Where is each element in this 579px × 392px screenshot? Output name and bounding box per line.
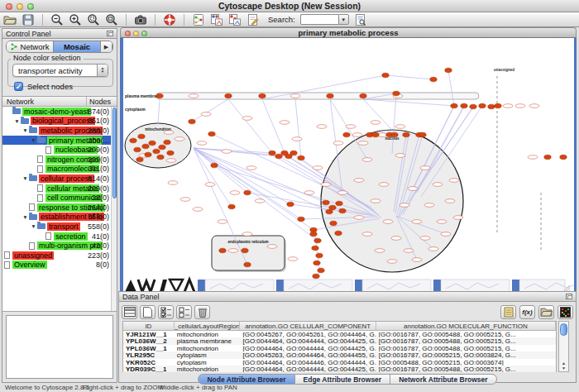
minimize-button[interactable] bbox=[133, 31, 139, 36]
tree-item[interactable]: ▼establishment of lo558(0) bbox=[2, 213, 117, 222]
network-node[interactable] bbox=[310, 232, 317, 237]
network-node-label[interactable] bbox=[354, 179, 364, 183]
import-attributes-button[interactable] bbox=[538, 305, 554, 319]
open-session-icon[interactable] bbox=[3, 13, 17, 26]
network-node-label[interactable] bbox=[267, 245, 277, 249]
table-row[interactable]: YJR121W__1mitochondrion[GO:0045267, GO:0… bbox=[123, 331, 556, 337]
network-node[interactable] bbox=[393, 91, 400, 96]
network-node[interactable] bbox=[134, 147, 141, 152]
network-node-label[interactable] bbox=[379, 183, 389, 187]
network-node-label[interactable] bbox=[180, 198, 190, 202]
zoom-button[interactable] bbox=[141, 31, 147, 36]
table-scrollbar-thumb[interactable] bbox=[560, 323, 567, 336]
select-attributes-button[interactable] bbox=[158, 305, 174, 319]
network-node[interactable] bbox=[430, 77, 437, 82]
expand-triangle-icon[interactable]: ▼ bbox=[22, 214, 29, 220]
network-node[interactable] bbox=[470, 104, 476, 109]
network-node[interactable] bbox=[560, 155, 567, 160]
network-node-label[interactable] bbox=[428, 247, 438, 251]
network-node[interactable] bbox=[495, 103, 501, 108]
table-column-header[interactable]: _cellularLayoutRegion bbox=[175, 322, 241, 330]
attribute-grid-button[interactable] bbox=[122, 305, 137, 319]
tab-network[interactable]: Network bbox=[7, 41, 54, 52]
search-input[interactable] bbox=[300, 14, 338, 25]
network-node-label[interactable] bbox=[437, 220, 447, 224]
tree-item[interactable]: ▼metabolic process280(0) bbox=[2, 126, 117, 136]
network-node[interactable] bbox=[244, 190, 251, 195]
network-node[interactable] bbox=[156, 93, 163, 98]
matrix-view-button[interactable] bbox=[557, 305, 573, 319]
network-node-label[interactable] bbox=[218, 220, 227, 224]
vizmapper-node-icon[interactable] bbox=[210, 13, 223, 26]
float-panel-icon[interactable] bbox=[566, 294, 572, 299]
network-node[interactable] bbox=[167, 151, 174, 155]
select-nodes-checkbox[interactable]: ✓ bbox=[14, 82, 23, 91]
network-node-label[interactable] bbox=[166, 159, 176, 163]
network-node[interactable] bbox=[451, 103, 457, 108]
network-node[interactable] bbox=[314, 238, 321, 243]
network-node[interactable] bbox=[242, 248, 248, 253]
network-node[interactable] bbox=[298, 217, 304, 222]
network-node[interactable] bbox=[372, 132, 379, 137]
network-node[interactable] bbox=[329, 205, 336, 210]
network-node[interactable] bbox=[153, 149, 160, 154]
delete-attribute-button[interactable] bbox=[194, 305, 210, 319]
network-node[interactable] bbox=[330, 221, 337, 226]
network-node-label[interactable] bbox=[321, 183, 331, 187]
tree-item[interactable]: cell communicat22(0) bbox=[2, 193, 117, 203]
network-node[interactable] bbox=[157, 155, 164, 160]
network-node-label[interactable] bbox=[313, 166, 323, 170]
network-node-label[interactable] bbox=[420, 166, 430, 170]
network-node[interactable] bbox=[336, 201, 342, 206]
network-node-label[interactable] bbox=[358, 141, 368, 146]
network-node-label[interactable] bbox=[503, 104, 513, 108]
network-node-label[interactable] bbox=[280, 121, 290, 125]
network-node-label[interactable] bbox=[193, 208, 203, 212]
tree-item[interactable]: nitrogen compo209(0) bbox=[2, 155, 117, 165]
tree-column-network[interactable]: Network bbox=[2, 97, 87, 106]
zoom-out-icon[interactable] bbox=[50, 13, 64, 26]
tree-item[interactable]: ▼biological_process651(0) bbox=[2, 117, 117, 127]
snapshot-icon[interactable] bbox=[134, 13, 147, 26]
network-node-label[interactable] bbox=[290, 94, 300, 98]
help-icon[interactable] bbox=[163, 13, 176, 26]
network-node-label[interactable] bbox=[242, 117, 252, 121]
expand-triangle-icon[interactable]: ▼ bbox=[22, 127, 29, 133]
network-node-label[interactable] bbox=[529, 104, 539, 108]
network-node-label[interactable] bbox=[371, 121, 380, 125]
network-node[interactable] bbox=[298, 155, 304, 160]
network-window-titlebar[interactable]: primary metabolic process bbox=[120, 27, 577, 38]
network-node[interactable] bbox=[219, 248, 226, 253]
tab-node-attribute-browser[interactable]: Node Attribute Browser bbox=[198, 374, 294, 385]
network-node[interactable] bbox=[382, 73, 389, 78]
tree-scrollbar-thumb[interactable] bbox=[112, 108, 117, 198]
network-node-label[interactable] bbox=[304, 191, 314, 195]
table-row[interactable]: YDR039C__1mitochondrion[GO:0044464, GO:0… bbox=[123, 366, 556, 372]
tree-item[interactable]: ▼cellular process614(0) bbox=[2, 174, 117, 184]
network-node-label[interactable] bbox=[230, 191, 240, 195]
network-node[interactable] bbox=[275, 154, 282, 159]
network-node-label[interactable] bbox=[164, 131, 174, 135]
network-node[interactable] bbox=[290, 151, 297, 155]
table-row[interactable]: YPL036W__1mitochondrion[GO:0044464, GO:0… bbox=[123, 345, 556, 351]
attribute-search-icon[interactable] bbox=[354, 13, 367, 26]
function-builder-button[interactable]: f(x) bbox=[519, 305, 535, 319]
network-node-label[interactable] bbox=[175, 137, 184, 141]
network-node-label[interactable] bbox=[222, 150, 232, 154]
network-node[interactable] bbox=[136, 157, 143, 162]
edit-attributes-icon[interactable] bbox=[246, 13, 260, 26]
table-column-header[interactable]: annotation.GO CELLULAR_COMPONENT bbox=[240, 322, 376, 330]
network-node-label[interactable] bbox=[371, 199, 380, 203]
network-node-label[interactable] bbox=[346, 125, 356, 129]
tree-item[interactable]: multi-organism pro42(0) bbox=[2, 241, 117, 251]
network-node-label[interactable] bbox=[383, 220, 393, 224]
network-node-label[interactable] bbox=[292, 137, 302, 141]
zoom-button[interactable] bbox=[27, 3, 34, 10]
network-node-label[interactable] bbox=[395, 154, 405, 158]
network-node-label[interactable] bbox=[441, 232, 451, 237]
network-node-label[interactable] bbox=[197, 141, 207, 146]
network-node-label[interactable] bbox=[420, 237, 430, 241]
table-row[interactable]: YPL036W__2plasma membrane[GO:0044464, GO… bbox=[123, 337, 556, 344]
network-node-label[interactable] bbox=[449, 179, 459, 183]
tree-scrollbar[interactable] bbox=[111, 107, 117, 311]
